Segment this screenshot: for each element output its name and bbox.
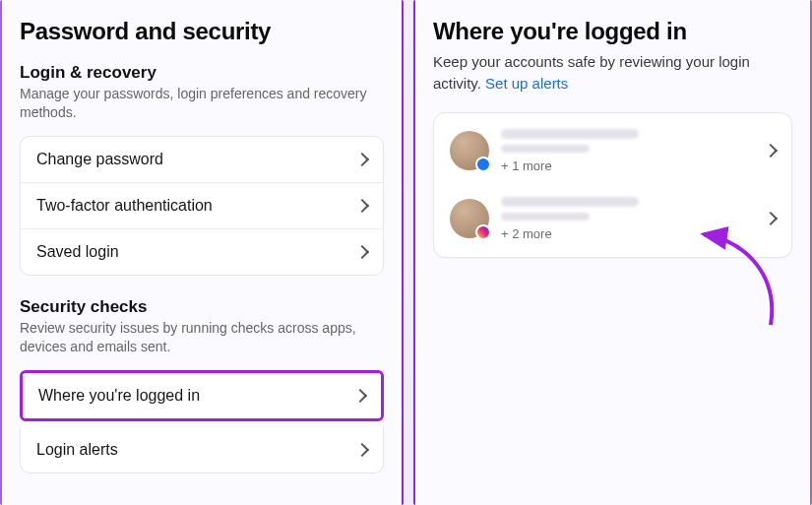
password-security-panel: Password and security Login & recovery M… xyxy=(0,0,404,505)
redacted-name xyxy=(501,129,639,139)
login-recovery-desc: Manage your passwords, login preferences… xyxy=(20,85,384,122)
list-item-label: Change password xyxy=(36,151,163,168)
list-item-label: Where you're logged in xyxy=(38,387,200,405)
desc-text: Keep your accounts safe by reviewing you… xyxy=(433,53,750,92)
login-recovery-heading: Login & recovery xyxy=(20,63,384,83)
list-item-label: Two-factor authentication xyxy=(36,197,213,215)
chevron-right-icon xyxy=(355,245,369,259)
login-recovery-list: Change password Two-factor authenticatio… xyxy=(20,136,384,276)
page-title: Where you're logged in xyxy=(433,18,792,45)
two-factor-auth-item[interactable]: Two-factor authentication xyxy=(21,183,383,229)
chevron-right-icon xyxy=(353,388,367,402)
sessions-card: + 1 more + 2 more xyxy=(433,112,792,258)
session-text: + 2 more xyxy=(501,197,754,241)
saved-login-item[interactable]: Saved login xyxy=(21,229,383,275)
redacted-detail xyxy=(501,213,590,221)
session-row-facebook[interactable]: + 1 more xyxy=(434,117,791,185)
redacted-detail xyxy=(501,145,590,153)
chevron-right-icon xyxy=(355,199,369,213)
avatar xyxy=(450,199,489,238)
page-title: Password and security xyxy=(20,18,384,45)
list-item-label: Login alerts xyxy=(36,441,118,459)
more-count: + 2 more xyxy=(501,226,754,241)
where-logged-in-highlight: Where you're logged in xyxy=(20,370,384,421)
security-checks-heading: Security checks xyxy=(20,297,384,317)
chevron-right-icon xyxy=(764,144,778,158)
session-text: + 1 more xyxy=(501,129,754,173)
login-alerts-item[interactable]: Login alerts xyxy=(20,427,384,473)
redacted-name xyxy=(501,197,639,207)
panel-description: Keep your accounts safe by reviewing you… xyxy=(433,51,792,95)
instagram-badge-icon xyxy=(475,224,491,240)
list-item-label: Saved login xyxy=(36,243,119,261)
set-up-alerts-link[interactable]: Set up alerts xyxy=(485,75,568,92)
facebook-badge-icon xyxy=(475,157,491,172)
chevron-right-icon xyxy=(355,153,369,166)
session-row-instagram[interactable]: + 2 more xyxy=(434,185,791,253)
change-password-item[interactable]: Change password xyxy=(21,137,383,183)
where-logged-in-panel: Where you're logged in Keep your account… xyxy=(413,0,812,505)
more-count: + 1 more xyxy=(501,158,754,173)
where-logged-in-item[interactable]: Where you're logged in xyxy=(23,373,381,418)
avatar xyxy=(450,131,489,170)
security-checks-desc: Review security issues by running checks… xyxy=(20,319,384,356)
chevron-right-icon xyxy=(355,442,369,456)
chevron-right-icon xyxy=(764,212,778,225)
